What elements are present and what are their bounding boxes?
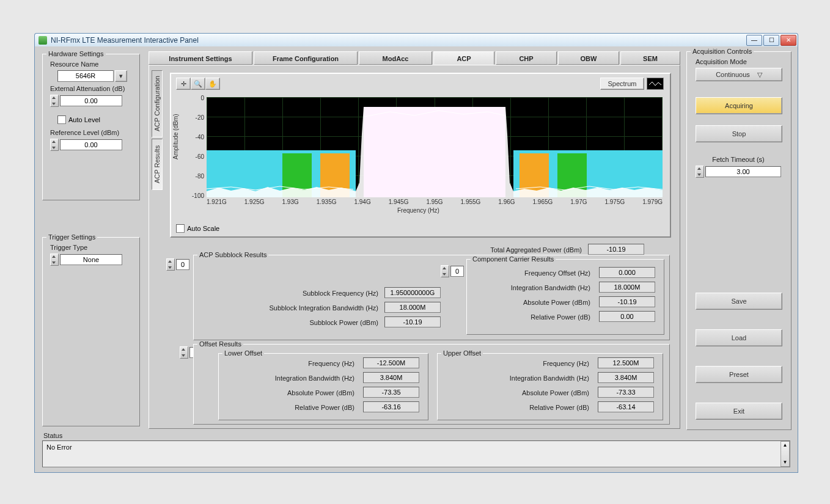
xtick-5: 1.945G — [389, 199, 409, 205]
carrier-abs-power-label: Absolute Power (dBm) — [523, 299, 590, 306]
upper-rel-label: Relative Power (dB) — [529, 404, 589, 411]
ref-level-spinner[interactable] — [50, 139, 59, 151]
subblock-index-field[interactable]: 0 — [176, 259, 189, 270]
xtick-1: 1.925G — [244, 199, 265, 205]
exit-button[interactable]: Exit — [696, 403, 782, 420]
xtick-2: 1.93G — [282, 199, 299, 205]
ext-atten-spinner[interactable] — [50, 95, 59, 107]
subblock-index-spinner[interactable] — [166, 258, 175, 271]
xtick-11: 1.975G — [604, 199, 625, 205]
status-box: No Error ▲ ▼ — [42, 440, 790, 467]
plot-mode-selector[interactable]: Spectrum — [600, 78, 644, 90]
subblock-ibw-label: Subblock Integration Bandwidth (Hz) — [269, 304, 378, 312]
spectrum-plot-frame: ✛ 🔍 ✋ Spectrum Amplitude (dBm) 0 -20 -40… — [170, 73, 671, 238]
upper-rel-value: -63.14 — [598, 401, 654, 412]
fetch-timeout-spinner[interactable] — [696, 166, 704, 178]
main-tabstrip: Instrument Settings Frame Configuration … — [149, 51, 680, 66]
total-agg-power-value: -10.19 — [588, 244, 644, 255]
window-titlebar: NI-RFmx LTE Measurement Interactive Pane… — [34, 33, 798, 46]
plot-legend-swatch — [647, 78, 664, 90]
upper-offset-caption: Upper Offset — [441, 349, 483, 357]
xtick-8: 1.96G — [498, 199, 515, 205]
carrier-ibw-label: Integration Bandwidth (Hz) — [511, 284, 590, 291]
resource-name-dropdown-button[interactable]: ▾ — [115, 70, 127, 82]
chevron-down-icon: ▽ — [757, 68, 762, 81]
carrier-index-spinner[interactable] — [441, 265, 449, 277]
carrier-ibw-value: 18.000M — [599, 282, 655, 293]
auto-level-checkbox[interactable]: Auto Level — [57, 115, 100, 124]
plot-tool-crosshair-icon[interactable]: ✛ — [176, 78, 191, 90]
ref-level-field[interactable]: 0.00 — [60, 139, 122, 150]
ytick-0: 0 — [189, 95, 204, 101]
xtick-9: 1.965G — [533, 199, 553, 205]
checkbox-icon — [57, 115, 66, 124]
hardware-settings-caption: Hardware Settings — [46, 50, 106, 57]
ext-atten-field[interactable]: 0.00 — [60, 95, 122, 106]
plot-tool-pan-icon[interactable]: ✋ — [205, 78, 220, 90]
spectrum-plot[interactable] — [207, 97, 663, 197]
carrier-rel-power-label: Relative Power (dB) — [531, 313, 590, 321]
upper-freq-value: 12.500M — [598, 357, 654, 368]
scroll-up-icon: ▲ — [783, 442, 788, 449]
acquisition-mode-selector[interactable]: Continuous ▽ — [696, 68, 782, 81]
ref-level-label: Reference Level (dBm) — [50, 129, 119, 136]
lower-ibw-label: Integration Bandwidth (Hz) — [275, 374, 354, 382]
status-scrollbar[interactable]: ▲ ▼ — [780, 441, 790, 467]
tab-obw[interactable]: OBW — [558, 51, 619, 65]
lower-abs-value: -73.35 — [363, 387, 419, 398]
carrier-index-field[interactable]: 0 — [450, 266, 464, 277]
subblock-freq-label: Subblock Frequency (Hz) — [303, 290, 378, 297]
fetch-timeout-label: Fetch Timeout (s) — [696, 156, 781, 163]
tab-modacc[interactable]: ModAcc — [359, 51, 432, 65]
lower-rel-label: Relative Power (dB) — [295, 404, 354, 411]
stop-button[interactable]: Stop — [696, 125, 782, 142]
auto-level-label: Auto Level — [68, 116, 100, 123]
offset-index-spinner[interactable] — [180, 346, 188, 359]
tab-frame-config[interactable]: Frame Configuration — [254, 51, 358, 65]
acp-tab-panel: ACP Configuration ACP Results ✛ 🔍 ✋ Spec… — [149, 65, 680, 429]
fetch-timeout-field[interactable]: 3.00 — [705, 166, 781, 177]
xtick-10: 1.97G — [570, 199, 587, 205]
carrier-rel-power-value: 0.00 — [599, 311, 655, 322]
auto-scale-checkbox[interactable]: Auto Scale — [176, 224, 219, 233]
lower-freq-value: -12.500M — [363, 357, 419, 368]
resource-name-field[interactable]: 5646R — [57, 70, 114, 82]
trigger-type-field[interactable]: None — [60, 254, 122, 265]
tab-acp[interactable]: ACP — [433, 51, 494, 65]
plot-tool-zoom-icon[interactable]: 🔍 — [191, 78, 205, 90]
hardware-settings-group: Hardware Settings Resource Name 5646R ▾ … — [42, 54, 140, 200]
subblock-ibw-value: 18.000M — [384, 302, 441, 313]
plot-x-label: Frequency (Hz) — [397, 207, 439, 214]
window-minimize-button[interactable]: — — [746, 35, 762, 46]
tab-chp[interactable]: CHP — [496, 51, 557, 65]
ytick-3: -60 — [189, 153, 204, 160]
upper-freq-label: Frequency (Hz) — [543, 360, 589, 367]
checkbox-icon — [176, 224, 185, 233]
xtick-7: 1.955G — [461, 199, 481, 205]
window-close-button[interactable]: ✕ — [780, 35, 796, 46]
acquisition-controls-caption: Acquisition Controls — [691, 48, 754, 55]
tab-instrument-settings[interactable]: Instrument Settings — [149, 51, 252, 65]
load-button[interactable]: Load — [696, 329, 782, 346]
xtick-12: 1.979G — [642, 199, 663, 205]
carrier-freq-off-label: Frequency Offset (Hz) — [524, 269, 590, 277]
ytick-4: -80 — [189, 173, 204, 180]
acquiring-button[interactable]: Acquiring — [696, 97, 782, 114]
tab-sem[interactable]: SEM — [620, 51, 680, 65]
upper-abs-label: Absolute Power (dBm) — [522, 389, 589, 396]
upper-abs-value: -73.33 — [598, 387, 654, 398]
preset-button[interactable]: Preset — [696, 366, 782, 383]
lower-offset-group: Lower Offset Frequency (Hz) -12.500M Int… — [218, 353, 428, 420]
upper-ibw-label: Integration Bandwidth (Hz) — [510, 374, 589, 382]
vtab-acp-results[interactable]: ACP Results — [152, 139, 163, 190]
subblock-power-value: -10.19 — [384, 316, 441, 327]
total-agg-power-label: Total Aggregated Power (dBm) — [490, 246, 582, 254]
offset-results-caption: Offset Results — [197, 340, 243, 348]
lower-abs-label: Absolute Power (dBm) — [287, 389, 354, 396]
status-text: No Error — [43, 441, 780, 467]
window-maximize-button[interactable]: ☐ — [763, 35, 779, 46]
trigger-type-spinner[interactable] — [50, 254, 59, 266]
vtab-acp-configuration[interactable]: ACP Configuration — [152, 70, 163, 137]
save-button[interactable]: Save — [696, 293, 782, 310]
acquisition-controls-group: Acquisition Controls Acquisition Mode Co… — [686, 51, 791, 430]
